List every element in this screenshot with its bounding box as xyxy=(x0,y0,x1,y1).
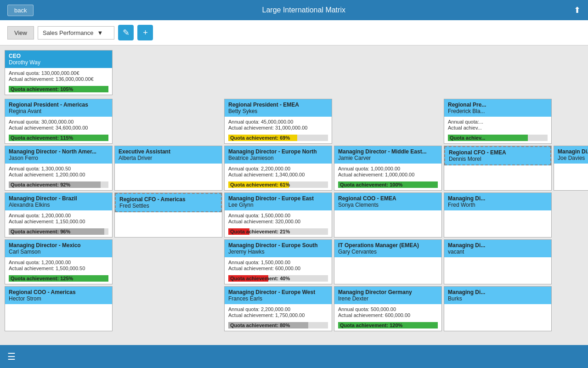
card-person-name-md-europe-west: Frances Earls xyxy=(228,295,328,302)
quota-bar-label-md-europe-north: Quota achievement: 61% xyxy=(230,181,290,188)
card-person-name-managing-di-2: Fred Worth xyxy=(448,202,548,208)
card-md-europe-south[interactable]: Managing Director - Europe SouthJeremy H… xyxy=(224,239,332,284)
card-person-name-md-germany: Irene Dexter xyxy=(338,295,438,302)
card-role-reg-pres-americas: Regional President - Americas xyxy=(9,102,108,108)
card-role-md-germany: Managing Director Germany xyxy=(338,289,438,295)
quota-bar-row-md-middle-east: Quota achievement: 100% xyxy=(334,180,441,190)
card-role-managing-di-4: Managing Di... xyxy=(448,289,548,295)
card-role-md-truncated: Managin Di... xyxy=(558,148,588,155)
card-managing-di-3[interactable]: Managing Di...vacant xyxy=(444,239,552,284)
card-role-reg-coo-americas: Regional COO - Americas xyxy=(9,289,108,295)
spacer-card xyxy=(334,99,442,144)
card-header-md-north-amer: Managing Director - North Amer...Jason F… xyxy=(5,146,112,164)
card-person-name-reg-pres-emea: Betty Sykes xyxy=(228,108,328,114)
card-person-name-managing-di-3: vacant xyxy=(448,249,548,255)
quota-bar-label-reg-pres-apac: Quota achiev... xyxy=(450,135,485,141)
actual-achievement-reg-pres-emea: Actual achievement: 31,000,000.00 xyxy=(228,125,328,130)
card-md-europe-north[interactable]: Managing Director - Europe NorthBeatrice… xyxy=(224,146,332,191)
actual-achievement-md-europe-east: Actual achievement: 320,000.00 xyxy=(228,219,328,224)
card-reg-pres-americas[interactable]: Regional President - AmericasRegina Avan… xyxy=(5,99,113,144)
card-reg-pres-apac[interactable]: Regional Pre...Frederick Bla...Annual qu… xyxy=(444,99,552,144)
quota-bar-bg-md-europe-east: Quota achievement: 21% xyxy=(228,228,328,235)
card-header-md-truncated: Managin Di...Joe Davies xyxy=(554,146,588,164)
card-role-md-europe-south: Managing Director - Europe South xyxy=(228,242,328,249)
card-person-name-reg-coo-americas: Hector Strom xyxy=(9,295,108,302)
card-md-germany[interactable]: Managing Director GermanyIrene DexterAnn… xyxy=(334,286,442,331)
card-reg-cfo-emea[interactable]: Regional CFO - EMEADennis Morel xyxy=(444,146,552,191)
card-header-md-europe-south: Managing Director - Europe SouthJeremy H… xyxy=(225,240,332,257)
ceo-quota-label: Quota achievement: 105% xyxy=(11,86,73,92)
card-person-name-reg-pres-americas: Regina Avant xyxy=(9,108,108,114)
card-person-name-md-north-amer: Jason Ferro xyxy=(9,155,108,161)
card-body-empty-reg-coo-americas xyxy=(5,304,112,331)
card-body-reg-pres-apac: Annual quota:...Actual achiev... xyxy=(444,117,551,133)
card-md-mexico[interactable]: Managing Director - MexicoCarl SamsonAnn… xyxy=(5,239,113,284)
actual-achievement-md-germany: Actual achievement: 600,000.00 xyxy=(338,312,438,318)
actual-achievement-reg-pres-americas: Actual achievement: 34,600,000.00 xyxy=(9,125,108,130)
card-reg-coo-americas[interactable]: Regional COO - AmericasHector Strom xyxy=(5,286,113,331)
spacer-card xyxy=(114,239,222,284)
back-button[interactable]: back xyxy=(7,5,34,16)
card-md-north-amer[interactable]: Managing Director - North Amer...Jason F… xyxy=(5,146,113,191)
annual-quota-md-europe-west: Annual quota: 2,200,000.00 xyxy=(228,306,328,312)
card-body-md-brazil: Annual quota: 1,200,000.00Actual achieve… xyxy=(5,210,112,227)
card-role-reg-cfo-emea: Regional CFO - EMEA xyxy=(449,149,547,156)
add-button[interactable]: + xyxy=(137,25,153,40)
card-header-managing-di-4: Managing Di...Burks xyxy=(444,287,551,304)
card-managing-di-4[interactable]: Managing Di...Burks xyxy=(444,286,552,331)
card-role-md-mexico: Managing Director - Mexico xyxy=(9,242,108,249)
card-person-name-md-truncated: Joe Davies xyxy=(558,155,588,161)
card-reg-coo-emea[interactable]: Regional COO - EMEASonya Clements xyxy=(334,192,442,238)
spacer-card xyxy=(114,99,222,144)
card-md-truncated[interactable]: Managin Di...Joe Davies xyxy=(554,146,588,191)
card-body-empty-managing-di-4 xyxy=(444,304,551,331)
card-reg-pres-emea[interactable]: Regional President - EMEABetty SykesAnnu… xyxy=(224,99,332,144)
card-header-reg-cfo-americas: Regional CFO - AmericasFred Settles xyxy=(115,193,222,212)
card-md-europe-east[interactable]: Managing Director - Europe EastLee Glynn… xyxy=(224,192,332,238)
quota-bar-label-md-mexico: Quota achievement: 125% xyxy=(11,275,73,282)
annual-quota-md-europe-north: Annual quota: 2,200,000.00 xyxy=(228,166,328,171)
annual-quota-md-mexico: Annual quota: 1,200,000.00 xyxy=(9,260,108,265)
card-person-name-exec-asst: Alberta Driver xyxy=(119,155,218,161)
quota-bar-row-md-europe-east: Quota achievement: 21% xyxy=(225,227,332,237)
quota-bar-label-md-middle-east: Quota achievement: 100% xyxy=(340,181,402,188)
card-person-name-reg-cfo-emea: Dennis Morel xyxy=(449,156,547,162)
card-role-md-brazil: Managing Director - Brazil xyxy=(9,195,108,202)
card-it-ops-manager[interactable]: IT Operations Manager (EMEA)Gary Cervant… xyxy=(334,239,442,284)
card-md-europe-west[interactable]: Managing Director - Europe WestFrances E… xyxy=(224,286,332,331)
quota-bar-label-md-europe-west: Quota achievement: 80% xyxy=(230,322,290,328)
ceo-card[interactable]: CEO Dorothy Way Annual quota: 130,000,00… xyxy=(5,50,113,95)
card-person-name-md-mexico: Carl Samson xyxy=(9,249,108,255)
edit-button[interactable]: ✎ xyxy=(118,25,134,40)
card-md-brazil[interactable]: Managing Director - BrazilAlexandra Elki… xyxy=(5,192,113,238)
bottom-bar: ☰ xyxy=(0,345,588,349)
quota-bar-bg-md-europe-south: Quota achievement: 40% xyxy=(228,275,328,282)
view-label: View xyxy=(7,26,34,40)
card-role-reg-pres-apac: Regional Pre... xyxy=(448,102,548,108)
card-managing-di-2[interactable]: Managing Di...Fred Worth xyxy=(444,192,552,238)
card-role-reg-pres-emea: Regional President - EMEA xyxy=(228,102,328,108)
card-reg-cfo-americas[interactable]: Regional CFO - AmericasFred Settles xyxy=(114,192,222,238)
card-header-managing-di-2: Managing Di...Fred Worth xyxy=(444,193,551,210)
card-header-reg-pres-apac: Regional Pre...Frederick Bla... xyxy=(444,99,551,117)
row4: Managing Director - MexicoCarl SamsonAnn… xyxy=(5,239,583,284)
view-select-value: Sales Performance xyxy=(43,29,94,36)
card-md-middle-east[interactable]: Managing Director - Middle East...Jamie … xyxy=(334,146,442,191)
card-body-empty-reg-cfo-americas xyxy=(115,212,222,237)
annual-quota-md-north-amer: Annual quota: 1,300,000.50 xyxy=(9,166,108,171)
annual-quota-md-europe-south: Annual quota: 1,500,000.00 xyxy=(228,260,328,265)
row1: Regional President - AmericasRegina Avan… xyxy=(5,99,583,144)
card-header-md-europe-north: Managing Director - Europe NorthBeatrice… xyxy=(225,146,332,164)
annual-quota-reg-pres-americas: Annual quota: 30,000,000.00 xyxy=(9,119,108,125)
page-title: Large International Matrix xyxy=(34,6,574,14)
card-person-name-managing-di-4: Burks xyxy=(448,295,548,302)
row5: Regional COO - AmericasHector StromManag… xyxy=(5,286,583,331)
card-exec-asst[interactable]: Executive AssistantAlberta Driver xyxy=(114,146,222,191)
quota-bar-bg-reg-pres-americas: Quota achievement: 115% xyxy=(9,135,108,141)
header: back Large International Matrix ⬆ xyxy=(0,0,588,20)
card-role-reg-coo-emea: Regional COO - EMEA xyxy=(338,195,438,202)
quota-bar-bg-md-brazil: Quota achievement: 96% xyxy=(9,228,108,235)
quota-bar-bg-reg-pres-emea: Quota achievement: 69% xyxy=(228,135,328,141)
share-icon[interactable]: ⬆ xyxy=(574,5,581,15)
view-select[interactable]: Sales Performance ▼ xyxy=(38,26,114,40)
